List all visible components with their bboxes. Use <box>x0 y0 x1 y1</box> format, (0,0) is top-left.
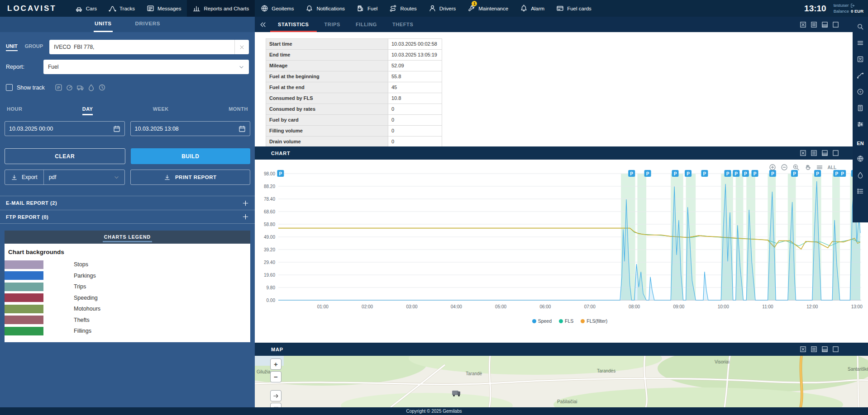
nav-item[interactable]: Fuel cards <box>550 0 597 17</box>
menu-icon[interactable] <box>857 39 864 47</box>
panel-close-icon[interactable] <box>800 346 806 353</box>
globe-icon[interactable] <box>857 155 864 162</box>
panel-list-icon[interactable] <box>811 150 817 156</box>
email-report-row[interactable]: E-MAIL REPORT (2) <box>0 196 255 210</box>
collapse-sidebar-button[interactable] <box>255 17 270 32</box>
build-button[interactable]: BUILD <box>131 148 251 164</box>
edit-icon[interactable] <box>857 56 864 63</box>
chart-canvas[interactable]: ALL 98.0088.2078.4068.6058.8049.0039.202… <box>255 160 868 343</box>
map-zoom-in-button[interactable]: + <box>270 358 281 370</box>
date-from-field[interactable]: 10.03.2025 00:00 <box>5 121 125 136</box>
chart-legend-item[interactable]: Speed <box>532 318 552 324</box>
panel-list-icon[interactable] <box>811 21 817 28</box>
period-tab[interactable]: MONTH <box>229 106 248 115</box>
curve-icon[interactable] <box>857 72 864 79</box>
nav-item-label: Fuel <box>367 6 377 11</box>
clear-button[interactable]: CLEAR <box>5 148 125 164</box>
zoom-in-icon[interactable] <box>769 164 776 171</box>
search-icon[interactable] <box>857 23 864 30</box>
svg-text:P: P <box>771 171 774 176</box>
stats-label: Consumed by FLS <box>266 93 388 104</box>
panel-split-icon[interactable] <box>821 346 828 353</box>
zoom-out-icon[interactable] <box>781 164 788 171</box>
nav-item[interactable]: Reports and Charts <box>187 0 255 17</box>
logout-icon[interactable] <box>850 3 855 8</box>
panel-split-icon[interactable] <box>821 150 828 156</box>
main-tab[interactable]: TRIPS <box>317 17 348 32</box>
map-canvas[interactable]: GilužiaTarandėTarandėsVisoriaiPašilaičia… <box>255 356 868 407</box>
zoom-all-button[interactable]: ALL <box>828 165 836 170</box>
nav-item[interactable]: Tracks <box>103 0 141 17</box>
period-tab[interactable]: HOUR <box>7 106 22 115</box>
panel-maximize-icon[interactable] <box>832 150 839 156</box>
nav-item[interactable]: Cars <box>69 0 103 17</box>
chart-legend-item[interactable]: FLS(filter) <box>581 318 607 324</box>
legend-series-name: FLS <box>565 318 573 324</box>
period-tab[interactable]: WEEK <box>153 106 169 115</box>
unit-input[interactable] <box>49 44 234 50</box>
nav-items: Cars Tracks Messages Reports and Charts <box>69 0 597 17</box>
water-drop-icon[interactable] <box>857 171 864 179</box>
statistics-tab-bar: STATISTICSTRIPSFILLINGTHEFTS <box>255 17 868 32</box>
main-tab[interactable]: FILLING <box>348 17 385 32</box>
parking-badge-icon[interactable]: P <box>55 84 62 91</box>
panel-maximize-icon[interactable] <box>832 21 839 28</box>
sidebar-tab[interactable]: UNITS <box>94 17 113 32</box>
document-icon[interactable] <box>857 104 864 112</box>
subtab[interactable]: UNIT <box>6 43 18 51</box>
nav-item[interactable]: Messages <box>141 0 187 17</box>
email-report-label: E-MAIL REPORT (2) <box>6 200 57 206</box>
panel-split-icon[interactable] <box>821 21 828 28</box>
chart-legend-item[interactable]: FLS <box>559 318 573 324</box>
export-button[interactable]: Export <box>5 170 43 184</box>
lines-icon[interactable] <box>816 164 823 171</box>
nav-item[interactable]: 1 Maintenance <box>462 0 514 17</box>
panel-close-icon[interactable] <box>800 150 806 156</box>
legend-dot <box>581 319 585 323</box>
sidebar-tab[interactable]: DRIVERS <box>134 17 161 32</box>
panel-list-icon[interactable] <box>811 346 817 353</box>
sliders-icon[interactable] <box>857 121 864 128</box>
add-ftp-report-button[interactable] <box>242 213 249 220</box>
report-select[interactable]: Fuel <box>43 60 249 74</box>
show-track-checkbox[interactable] <box>6 84 13 91</box>
nav-item[interactable]: Geoitems <box>255 0 300 17</box>
legend-label: Speeding <box>74 295 98 301</box>
period-tab[interactable]: DAY <box>82 106 93 115</box>
ftp-report-row[interactable]: FTP REPORT (0) <box>0 210 255 224</box>
legend-label: Fillings <box>74 328 91 334</box>
clock-icon[interactable] <box>98 84 106 91</box>
copyright-bar: Copyright © 2025 Gemilabs <box>0 407 868 415</box>
print-report-button[interactable]: PRINT REPORT <box>130 170 251 185</box>
panel-close-icon[interactable] <box>800 21 806 28</box>
gauge-icon[interactable] <box>66 84 73 91</box>
legend-swatch <box>5 283 43 291</box>
nav-item[interactable]: Notifications <box>300 0 351 17</box>
clear-unit-button[interactable] <box>234 40 249 54</box>
map-zoom-out-button[interactable]: − <box>270 371 281 382</box>
map-tool-button[interactable] <box>270 403 281 407</box>
subtab[interactable]: GROUP <box>25 43 43 51</box>
nav-item[interactable]: Drivers <box>423 0 462 17</box>
water-drop-icon[interactable] <box>87 84 95 91</box>
nav-item[interactable]: Alarm <box>514 0 550 17</box>
date-to-field[interactable]: 10.03.2025 13:08 <box>130 121 251 136</box>
help-icon[interactable]: ? <box>857 88 864 95</box>
zoom-area-icon[interactable] <box>792 164 800 171</box>
panel-maximize-icon[interactable] <box>832 346 839 353</box>
download-icon <box>11 174 18 181</box>
svg-text:P: P <box>754 171 757 176</box>
stats-row: Consumed by rates 0 <box>266 104 442 115</box>
add-email-report-button[interactable] <box>242 200 249 207</box>
map-pan-button[interactable] <box>270 390 281 401</box>
language-selector[interactable]: EN <box>857 141 863 146</box>
export-format-select[interactable]: pdf <box>44 170 124 184</box>
list-icon[interactable] <box>857 188 864 195</box>
main-tab[interactable]: STATISTICS <box>270 17 317 32</box>
chart-legend: Speed FLS FLS(filter) <box>278 318 861 324</box>
nav-item[interactable]: Routes <box>383 0 422 17</box>
truck-icon[interactable] <box>76 84 84 91</box>
pan-hand-icon[interactable] <box>804 164 811 171</box>
nav-item[interactable]: Fuel <box>351 0 383 17</box>
main-tab[interactable]: THEFTS <box>385 17 421 32</box>
